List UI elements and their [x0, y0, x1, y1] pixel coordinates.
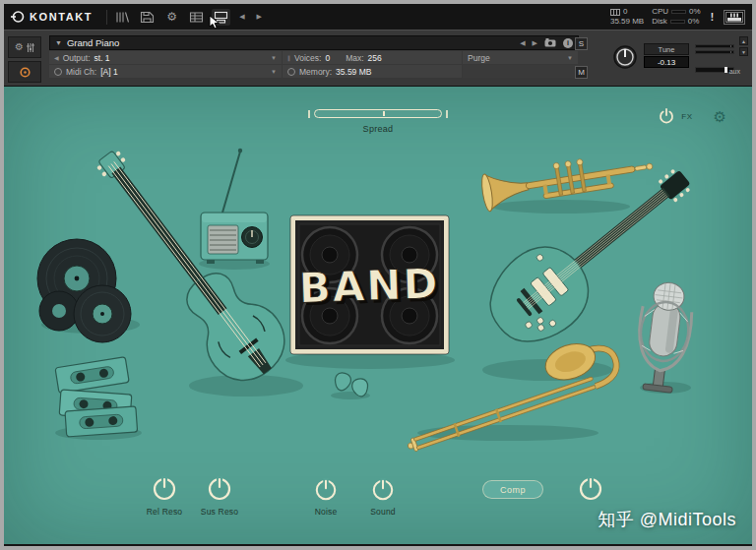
- speaker-cabinet-art: BAND BAND: [290, 215, 449, 354]
- prev-instrument-icon[interactable]: ◀: [520, 39, 525, 47]
- snapshot-camera-icon[interactable]: [544, 38, 556, 47]
- panic-button[interactable]: !: [709, 12, 716, 23]
- cpu-label: CPU: [652, 8, 668, 16]
- info-icon[interactable]: i: [563, 38, 573, 48]
- cpu-value: 0%: [689, 8, 701, 16]
- voices-label: Voices:: [294, 53, 321, 63]
- memory-readout: Memory: 35.59 MB: [283, 65, 462, 78]
- save-icon[interactable]: [138, 9, 157, 26]
- kontakt-window: KONTAKT ⚙ ◀ ▶: [0, 0, 756, 550]
- voices-count: 0: [623, 8, 627, 16]
- back-arrow-icon[interactable]: ◀: [236, 13, 247, 21]
- mixer-icon: [27, 43, 34, 52]
- solo-button[interactable]: S: [575, 37, 588, 50]
- spread-tick-left: [308, 110, 310, 118]
- memory-icon: [287, 68, 295, 76]
- output-arrow-icon: ◀: [54, 54, 59, 61]
- rack-scroll-controls: ▲ ▼: [739, 36, 748, 56]
- dropdown-icon: ▼: [271, 55, 277, 61]
- cpu-meter: [671, 10, 686, 14]
- rel-reso-label: Rel Reso: [147, 507, 183, 517]
- max-value: 256: [368, 53, 382, 63]
- sound-control: Sound: [357, 478, 409, 517]
- instrument-fields: ◀ Output: st. 1 ▼ ∥ Voices: 0 Max: 256 P…: [49, 51, 579, 78]
- purge-label: Purge: [468, 53, 490, 63]
- disk-label: Disk: [652, 18, 667, 26]
- watermark: 知乎 @MidiTools: [598, 508, 736, 531]
- rack-main: ▼ Grand Piano ◀ ▶ i ◀ Output:: [49, 35, 579, 78]
- output-label: Output:: [63, 53, 91, 63]
- voices-icon: ∥: [287, 54, 290, 61]
- instrument-badge-icon: [19, 66, 32, 79]
- band-text: BAND: [298, 260, 440, 313]
- purge-menu[interactable]: Purge ▼: [463, 51, 578, 64]
- rel-reso-knob[interactable]: [152, 476, 177, 502]
- voices-readout: ∥ Voices: 0 Max: 256: [283, 51, 462, 64]
- radio-art: [201, 149, 268, 264]
- disk-value: 0%: [688, 18, 700, 26]
- topbar: KONTAKT ⚙ ◀ ▶: [4, 4, 752, 30]
- dropdown-icon: ▼: [271, 69, 277, 75]
- level-meters: [695, 44, 734, 56]
- app-title: KONTAKT: [30, 11, 93, 23]
- midi-value: [A] 1: [100, 67, 117, 77]
- forward-arrow-icon[interactable]: ▶: [254, 13, 265, 21]
- noise-knob[interactable]: [314, 478, 338, 502]
- memory-label: Memory:: [299, 67, 332, 77]
- midi-icon: [54, 68, 62, 76]
- instrument-name: Grand Piano: [67, 37, 119, 48]
- vinyl-records-art: [37, 239, 131, 342]
- memory-value: 35.59 MB: [336, 67, 371, 77]
- output-value: st. 1: [94, 53, 110, 63]
- empty-cell: [463, 65, 578, 78]
- band-instrument-panel: BAND BAND: [4, 87, 752, 544]
- fx-controls: FX ⚙: [659, 108, 726, 124]
- keyboard-toggle-icon[interactable]: [724, 10, 745, 25]
- divider: [106, 10, 107, 25]
- aux-label[interactable]: aux: [729, 68, 740, 75]
- band-artwork: BAND BAND: [4, 87, 752, 544]
- tune-value[interactable]: -0.13: [644, 56, 689, 68]
- wrench-gear-icon: ⚙: [15, 42, 24, 52]
- voices-mini-icon: [610, 9, 620, 16]
- noise-control: Noise: [300, 478, 351, 517]
- output-select[interactable]: ◀ Output: st. 1 ▼: [49, 51, 282, 64]
- sus-reso-knob[interactable]: [207, 476, 232, 502]
- topbar-status: 0 35.59 MB CPU 0% Disk 0% !: [610, 8, 745, 26]
- instrument-title-bar[interactable]: ▼ Grand Piano ◀ ▶ i: [49, 35, 579, 50]
- spread-handle[interactable]: [383, 111, 385, 116]
- noise-label: Noise: [315, 507, 338, 517]
- memory-status: 0 35.59 MB: [610, 8, 644, 26]
- gear-icon[interactable]: ⚙: [162, 9, 181, 26]
- next-instrument-icon[interactable]: ▶: [533, 39, 537, 47]
- scroll-down-icon[interactable]: ▼: [739, 47, 748, 56]
- fx-label: FX: [681, 112, 692, 121]
- grid-view-icon[interactable]: [187, 9, 206, 26]
- fx-gear-icon[interactable]: ⚙: [714, 109, 726, 124]
- fader-handle[interactable]: [724, 67, 727, 73]
- tune-label: Tune: [644, 43, 689, 55]
- rack-right-column: S M Tune -0.13 aux ▲ ▼: [573, 36, 748, 84]
- instrument-badge[interactable]: [8, 61, 41, 83]
- unlabeled-knob[interactable]: [578, 476, 603, 502]
- voices-value: 0: [325, 53, 330, 63]
- tune-knob[interactable]: [612, 44, 638, 70]
- spread-label: Spread: [363, 124, 394, 134]
- rack-left-column: ⚙: [8, 36, 45, 86]
- midi-label: Midi Ch:: [66, 67, 96, 77]
- library-browser-icon[interactable]: [113, 9, 132, 26]
- fx-power-icon[interactable]: [659, 108, 674, 124]
- max-label: Max:: [346, 53, 363, 63]
- mouse-cursor: [209, 15, 220, 30]
- spread-slider[interactable]: [314, 109, 442, 118]
- meter-left: [695, 44, 734, 48]
- spread-tick-right: [446, 110, 448, 118]
- chevron-down-icon: ▼: [55, 39, 62, 46]
- microphone-art: [632, 279, 696, 394]
- sound-knob[interactable]: [371, 478, 395, 502]
- midi-channel-select[interactable]: Midi Ch: [A] 1 ▼: [49, 65, 282, 78]
- mute-button[interactable]: M: [575, 66, 588, 79]
- instrument-options-button[interactable]: ⚙: [8, 36, 41, 58]
- scroll-up-icon[interactable]: ▲: [739, 36, 748, 45]
- comp-button[interactable]: Comp: [482, 480, 543, 499]
